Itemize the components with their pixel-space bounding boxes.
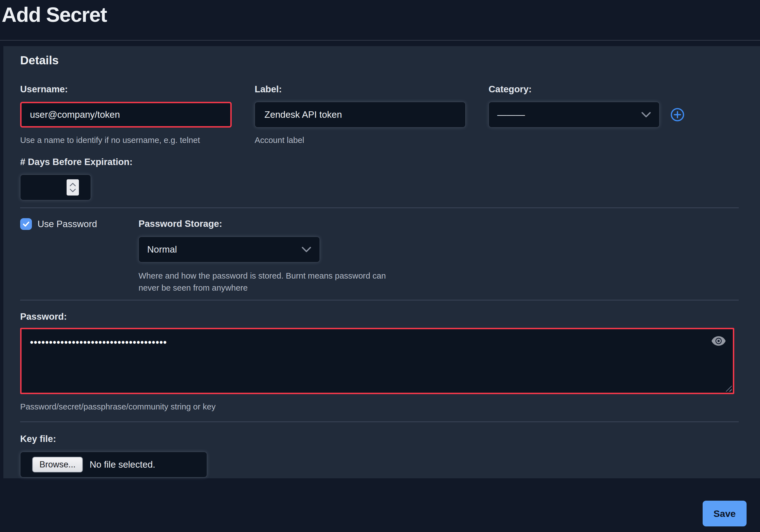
page-title: Add Secret [2, 2, 760, 27]
days-before-expiration-label: # Days Before Expiration: [20, 156, 739, 167]
password-storage-help: Where and how the password is stored. Bu… [138, 270, 739, 294]
label-label: Label: [255, 84, 466, 95]
password-storage-group: Password Storage: Normal Where and how t… [138, 218, 739, 294]
add-category-button[interactable] [670, 108, 685, 122]
file-status-text: No file selected. [90, 459, 155, 470]
password-storage-select[interactable]: Normal [138, 237, 320, 262]
use-password-checkbox[interactable] [20, 218, 32, 230]
page-header: Add Secret [0, 0, 760, 40]
password-help: Password/secret/passphrase/community str… [20, 402, 739, 412]
section-divider [20, 421, 739, 422]
eye-icon[interactable] [711, 336, 726, 346]
label-input[interactable] [255, 102, 466, 128]
section-divider [20, 207, 739, 208]
category-control-row: ——— [489, 102, 739, 128]
username-label: Username: [20, 84, 232, 95]
checkmark-icon [22, 220, 30, 228]
password-storage-selected-value: Normal [147, 244, 177, 255]
days-before-expiration-group [20, 175, 91, 200]
category-field-group: Category: ——— [489, 84, 739, 145]
password-storage-label: Password Storage: [138, 218, 739, 229]
use-password-group: Use Password [20, 218, 138, 294]
password-options-row: Use Password Password Storage: Normal Wh… [20, 218, 739, 294]
chevron-down-icon [641, 112, 651, 117]
label-field-group: Label: Account label [255, 84, 466, 145]
number-stepper-icon[interactable] [67, 179, 79, 196]
section-divider [20, 300, 739, 300]
username-input[interactable] [20, 102, 232, 128]
username-field-group: Username: Use a name to identify if no u… [20, 84, 232, 145]
save-button[interactable]: Save [703, 501, 746, 526]
password-textarea[interactable]: •••••••••••••••••••••••••••••••••••• [20, 328, 734, 394]
details-heading: Details [20, 54, 739, 67]
username-help: Use a name to identify if no username, e… [20, 135, 232, 145]
category-label: Category: [489, 84, 739, 95]
password-field-wrap: •••••••••••••••••••••••••••••••••••• [20, 328, 734, 394]
category-select[interactable]: ——— [489, 102, 660, 128]
identity-row: Username: Use a name to identify if no u… [20, 84, 739, 145]
key-file-input[interactable]: Browse... No file selected. [20, 452, 207, 477]
browse-button[interactable]: Browse... [32, 457, 83, 472]
password-storage-help-line2: never be seen from anywhere [138, 282, 739, 294]
chevron-down-icon [302, 247, 311, 252]
key-file-label: Key file: [20, 433, 739, 444]
password-storage-help-line1: Where and how the password is stored. Bu… [138, 270, 739, 282]
password-label: Password: [20, 311, 739, 322]
details-panel: Details Username: Use a name to identify… [3, 46, 760, 478]
category-selected-value: ——— [497, 110, 525, 120]
use-password-label[interactable]: Use Password [37, 218, 97, 230]
header-divider [0, 40, 760, 41]
plus-circle-icon [670, 108, 685, 122]
days-before-expiration-input[interactable] [20, 175, 91, 200]
label-help: Account label [255, 135, 466, 145]
